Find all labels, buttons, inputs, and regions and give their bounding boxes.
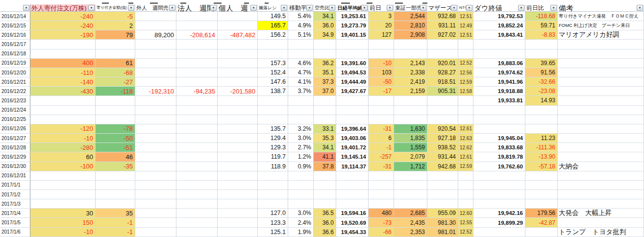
cell-open_amount[interactable]: -68 <box>96 68 135 77</box>
cell-date[interactable]: 2017/1/5 <box>0 218 30 227</box>
cell-date[interactable]: 2016/12/30 <box>0 162 30 171</box>
cell-dow_chg[interactable] <box>525 181 558 190</box>
cell-nikkei_chg[interactable]: 103 <box>369 68 394 77</box>
cell-nt_ratio[interactable] <box>458 199 473 209</box>
cell-tse1_value[interactable]: 1,712 <box>394 162 427 171</box>
cell-remark[interactable] <box>558 106 644 115</box>
cell-mothers[interactable] <box>427 106 458 115</box>
cell-dow_close[interactable]: 19,933.81 <box>473 96 525 105</box>
cell-corporate_weekly[interactable] <box>176 171 218 181</box>
cell-remark[interactable] <box>558 199 644 209</box>
cell-mothers[interactable] <box>427 199 458 209</box>
cell-date[interactable]: 2016/12/29 <box>0 152 30 162</box>
cell-individual_weekly[interactable] <box>218 228 258 237</box>
cell-short_ratio[interactable]: 34.1 <box>314 12 336 21</box>
cell-nikkei_chg[interactable]: -31 <box>369 162 394 171</box>
cell-individual_weekly[interactable] <box>218 40 258 49</box>
filter-dropdown-button[interactable]: ▼ <box>361 5 368 11</box>
cell-mothers[interactable] <box>427 190 458 199</box>
cell-nikkei_chg[interactable]: 3 <box>369 12 394 21</box>
cell-corporate_weekly[interactable] <box>176 181 218 190</box>
header-open_amount[interactable]: 寄り付き金額(億)▼ <box>96 4 135 12</box>
cell-foreign_weekly[interactable] <box>135 218 176 227</box>
cell-foreign_weekly[interactable] <box>135 171 176 181</box>
cell-remark[interactable] <box>558 49 644 59</box>
cell-nikkei_chg[interactable]: -257 <box>369 152 394 162</box>
cell-short_ratio[interactable]: 37.3 <box>314 77 336 87</box>
cell-dow_close[interactable]: 19,819.78 <box>473 152 525 162</box>
cell-dow_close[interactable]: 19,852.24 <box>473 21 525 30</box>
cell-dow_close[interactable]: 19,942.16 <box>473 209 525 218</box>
cell-remark[interactable] <box>558 152 644 162</box>
cell-dow_close[interactable]: 19,945.04 <box>473 134 525 143</box>
header-nikkei_chg[interactable]: 前日▼ <box>369 4 394 12</box>
cell-remark[interactable]: 寄り付きマイナス連発 ＦＯＭＣ控え <box>558 12 644 21</box>
cell-date[interactable]: 2016/12/20 <box>0 68 30 77</box>
cell-corporate_weekly[interactable] <box>176 59 218 68</box>
cell-mothers[interactable] <box>427 181 458 190</box>
cell-foreign_weekly[interactable] <box>135 181 176 190</box>
header-foreign_open_order[interactable]: 外人寄付注文(万株)▼ <box>30 4 96 12</box>
filter-dropdown-button[interactable]: ▼ <box>637 5 643 11</box>
cell-nikkei_close[interactable]: 19,391.60 <box>336 59 369 68</box>
header-nikkei_close[interactable]: 日経平均終値▼ <box>336 4 369 12</box>
cell-nikkei_chg[interactable] <box>369 96 394 105</box>
cell-nikkei_chg[interactable] <box>369 181 394 190</box>
cell-nikkei_close[interactable]: 19,273.79 <box>336 21 369 30</box>
cell-nt_ratio[interactable]: 12.51 <box>458 30 473 40</box>
cell-short_ratio[interactable] <box>314 171 336 181</box>
cell-moving_avg[interactable] <box>288 106 314 115</box>
cell-nikkei_chg[interactable] <box>369 40 394 49</box>
cell-dow_close[interactable]: 19,843.41 <box>473 30 525 40</box>
cell-open_amount[interactable]: -1 <box>96 228 135 237</box>
cell-moving_avg[interactable]: 3.7% <box>288 87 314 96</box>
cell-nikkei_chg[interactable]: -31 <box>369 124 394 134</box>
cell-dow_chg[interactable]: -111.36 <box>525 143 558 152</box>
cell-nikkei_close[interactable] <box>336 96 369 105</box>
cell-dow_chg[interactable]: 91.56 <box>525 68 558 77</box>
cell-nt_ratio[interactable]: 12.52 <box>458 59 473 68</box>
cell-mothers[interactable]: 938.52 <box>427 143 458 152</box>
cell-nikkei_close[interactable]: 19,520.69 <box>336 218 369 227</box>
cell-nikkei_close[interactable] <box>336 40 369 49</box>
cell-updown_ratio[interactable]: 135.7 <box>258 124 288 134</box>
cell-dow_close[interactable] <box>473 171 525 181</box>
cell-open_amount[interactable] <box>96 181 135 190</box>
cell-mothers[interactable]: 955.09 <box>427 209 458 218</box>
cell-remark[interactable] <box>558 181 644 190</box>
cell-individual_weekly[interactable] <box>218 152 258 162</box>
cell-dow_chg[interactable] <box>525 124 558 134</box>
cell-date[interactable]: 2017/1/2 <box>0 190 30 199</box>
cell-individual_weekly[interactable] <box>218 49 258 59</box>
cell-moving_avg[interactable]: 5.4% <box>288 12 314 21</box>
cell-nt_ratio[interactable] <box>458 190 473 199</box>
cell-moving_avg[interactable] <box>288 199 314 209</box>
cell-updown_ratio[interactable] <box>258 190 288 199</box>
cell-dow_chg[interactable]: -42.87 <box>525 218 558 227</box>
cell-tse1_value[interactable] <box>394 106 427 115</box>
cell-moving_avg[interactable] <box>288 49 314 59</box>
cell-foreign_weekly[interactable] <box>135 49 176 59</box>
cell-foreign_open_order[interactable] <box>30 115 96 124</box>
cell-nt_ratio[interactable] <box>458 171 473 181</box>
cell-updown_ratio[interactable]: 152.4 <box>258 68 288 77</box>
cell-individual_weekly[interactable] <box>218 21 258 30</box>
cell-open_amount[interactable] <box>96 171 135 181</box>
cell-open_amount[interactable] <box>96 96 135 105</box>
cell-open_amount[interactable]: 2 <box>96 21 135 30</box>
cell-nikkei_close[interactable]: 19,145.14 <box>336 152 369 162</box>
cell-updown_ratio[interactable]: 138.7 <box>258 87 288 96</box>
cell-short_ratio[interactable]: 36.2 <box>314 59 336 68</box>
cell-nikkei_close[interactable]: 19,427.67 <box>336 87 369 96</box>
cell-nikkei_close[interactable] <box>336 199 369 209</box>
cell-moving_avg[interactable]: 2.4% <box>288 218 314 227</box>
cell-updown_ratio[interactable]: 165.7 <box>258 21 288 30</box>
header-date[interactable]: ▼ <box>0 4 30 12</box>
cell-open_amount[interactable] <box>96 190 135 199</box>
filter-dropdown-button[interactable]: ▼ <box>451 5 457 11</box>
cell-foreign_weekly[interactable] <box>135 209 176 218</box>
cell-foreign_weekly[interactable] <box>135 106 176 115</box>
cell-short_ratio[interactable]: 35.1 <box>314 68 336 77</box>
cell-nt_ratio[interactable]: 12.55 <box>458 218 473 227</box>
cell-moving_avg[interactable] <box>288 181 314 190</box>
